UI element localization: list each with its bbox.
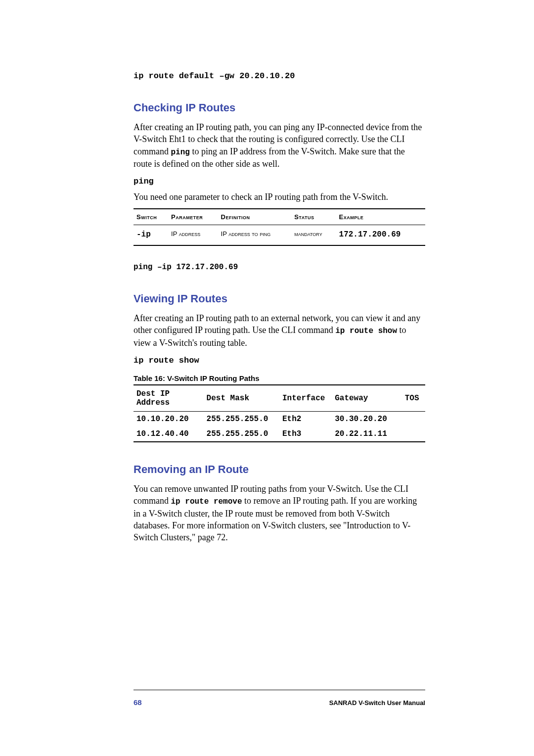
col-tos: TOS [402, 385, 425, 412]
cell-parameter: IP address [168, 225, 218, 245]
cell-dest-mask: 255.255.255.0 [204, 426, 279, 442]
col-parameter: Parameter [168, 209, 218, 225]
ping-parameters-table: Switch Parameter Definition Status Examp… [134, 208, 425, 246]
inline-cmd-route-remove: ip route remove [171, 497, 242, 506]
viewing-paragraph: After creating an IP routing path to an … [134, 312, 425, 349]
col-dest-mask: Dest Mask [204, 385, 279, 412]
route-show-command-label: ip route show [134, 356, 425, 365]
col-example: Example [336, 209, 425, 225]
cell-interface: Eth3 [279, 426, 332, 442]
col-interface: Interface [279, 385, 332, 412]
table-row: 10.12.40.40 255.255.255.0 Eth3 20.22.11.… [134, 426, 425, 442]
ping-example-command: ping –ip 172.17.200.69 [134, 263, 425, 272]
heading-removing-ip-route: Removing an IP Route [134, 463, 425, 476]
cell-dest-ip: 10.10.20.20 [134, 411, 204, 426]
table-row: 10.10.20.20 255.255.255.0 Eth2 30.30.20.… [134, 411, 425, 426]
cell-interface: Eth2 [279, 411, 332, 426]
cell-tos [402, 426, 425, 442]
cell-tos [402, 411, 425, 426]
example-text: ping –ip 172.17.200.69 [134, 263, 238, 272]
manual-page: ip route default –gw 20.20.10.20 Checkin… [0, 0, 534, 756]
manual-title: SANRAD V-Switch User Manual [329, 699, 425, 707]
inline-cmd-ping: ping [171, 148, 189, 157]
cell-switch: -ip [134, 225, 168, 245]
ping-command-label: ping [134, 177, 425, 186]
page-number: 68 [134, 698, 142, 707]
cell-status: mandatory [291, 225, 336, 245]
removing-paragraph: You can remove unwanted IP routing paths… [134, 483, 425, 544]
cell-gateway: 20.22.11.11 [332, 426, 402, 442]
checking-paragraph-2: You need one parameter to check an IP ro… [134, 191, 425, 203]
col-dest-ip: Dest IP Address [134, 385, 204, 412]
checking-paragraph-1: After creating an IP routing path, you c… [134, 121, 425, 170]
table-header-row: Dest IP Address Dest Mask Interface Gate… [134, 385, 425, 412]
routing-paths-table: Dest IP Address Dest Mask Interface Gate… [134, 384, 425, 442]
cell-dest-ip: 10.12.40.40 [134, 426, 204, 442]
footer-line: 68 SANRAD V-Switch User Manual [134, 690, 425, 707]
page-footer: 68 SANRAD V-Switch User Manual [0, 690, 534, 707]
heading-checking-ip-routes: Checking IP Routes [134, 101, 425, 114]
cell-dest-mask: 255.255.255.0 [204, 411, 279, 426]
col-gateway: Gateway [332, 385, 402, 412]
cell-definition: IP address to ping [218, 225, 292, 245]
heading-viewing-ip-routes: Viewing IP Routes [134, 292, 425, 305]
col-status: Status [291, 209, 336, 225]
col-definition: Definition [218, 209, 292, 225]
table-row: -ip IP address IP address to ping mandat… [134, 225, 425, 245]
cell-gateway: 30.30.20.20 [332, 411, 402, 426]
table-header-row: Switch Parameter Definition Status Examp… [134, 209, 425, 225]
table-16-caption: Table 16: V-Switch IP Routing Paths [134, 374, 425, 382]
cell-example: 172.17.200.69 [336, 225, 425, 245]
top-command-line: ip route default –gw 20.20.10.20 [134, 71, 425, 81]
col-switch: Switch [134, 209, 168, 225]
inline-cmd-route-show: ip route show [335, 327, 397, 335]
